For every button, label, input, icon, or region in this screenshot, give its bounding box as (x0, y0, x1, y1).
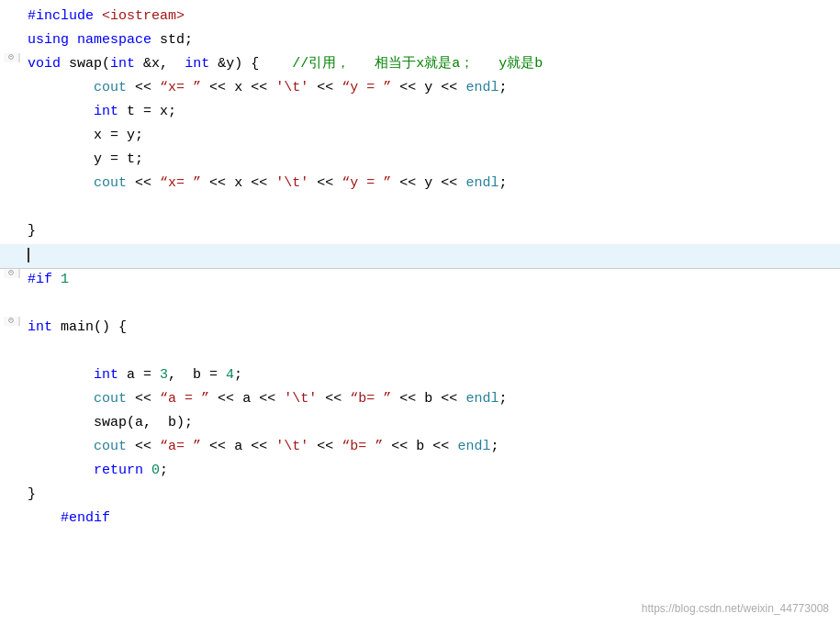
line-content-13 (20, 293, 840, 315)
num-4: 4 (226, 367, 234, 383)
cn-cout-4: cout (94, 439, 127, 454)
kw-int-t: int (94, 104, 118, 119)
fn-swap-call: swap (94, 415, 127, 430)
num-0: 0 (151, 463, 160, 478)
gutter-fold-3[interactable]: ⊝ (4, 53, 20, 62)
line-content-3: void swap(int &x, int &y) { //引用， 相当于x就是… (20, 53, 840, 75)
line-content-4: cout << “x= ” << x << '\t' << “y = ” << … (20, 77, 840, 99)
line-content-2: using namespace std; (20, 29, 840, 51)
line-content-22: #endif (20, 508, 840, 530)
code-line-18: swap(a, b); (0, 412, 840, 436)
preproc-endif: #endif (61, 510, 110, 526)
code-line-19: cout << “a= ” << a << '\t' << “b= ” << b… (0, 436, 840, 460)
cursor-caret (28, 248, 29, 262)
code-line-17: cout << “a = ” << a << '\t' << “b= ” << … (0, 388, 840, 412)
preproc-if: #if (28, 272, 52, 287)
cn-endl-1: endl (465, 80, 498, 95)
fold-icon-12[interactable]: ⊝ (8, 269, 14, 278)
code-line-13 (0, 293, 840, 317)
code-line-22: #endif (0, 508, 840, 531)
line-content-12: #if 1 (20, 269, 840, 291)
str-b1: “b= ” (350, 391, 391, 407)
fold-icon-14[interactable]: ⊝ (8, 317, 14, 326)
line-content-6: x = y; (20, 125, 840, 147)
line-content-20: return 0; (20, 460, 840, 482)
code-line-1: #include <iostream> (0, 6, 840, 29)
code-line-3: ⊝ void swap(int &x, int &y) { //引用， 相当于x… (0, 53, 840, 77)
str-tab2: '\t' (275, 175, 308, 191)
num-3: 3 (160, 367, 168, 383)
kw-int-2: int (185, 56, 209, 72)
line-content-9 (20, 196, 840, 218)
code-line-8: cout << “x= ” << x << '\t' << “y = ” << … (0, 173, 840, 196)
kw-int-main: int (28, 319, 52, 335)
code-line-16: int a = 3, b = 4; (0, 364, 840, 388)
line-content-21: } (20, 484, 840, 506)
fn-main: main (61, 319, 94, 335)
include-header: <iostream> (102, 8, 185, 24)
line-content-19: cout << “a= ” << a << '\t' << “b= ” << b… (20, 436, 840, 458)
line-content-cursor (20, 244, 840, 266)
str-tab1: '\t' (275, 80, 308, 95)
code-line-5: int t = x; (0, 101, 840, 125)
line-content-5: int t = x; (20, 101, 840, 123)
kw-return: return (94, 463, 143, 478)
line-content-7: y = t; (20, 149, 840, 171)
kw-void: void (28, 56, 61, 72)
str-tab3: '\t' (284, 391, 317, 407)
code-line-4: cout << “x= ” << x << '\t' << “y = ” << … (0, 77, 840, 101)
str-x2: “x= ” (160, 175, 201, 191)
line-content-1: #include <iostream> (20, 6, 840, 28)
fn-swap: swap (69, 56, 102, 72)
code-line-2: using namespace std; (0, 29, 840, 53)
line-content-16: int a = 3, b = 4; (20, 364, 840, 386)
watermark: https://blog.csdn.net/weixin_44773008 (642, 600, 829, 618)
num-1: 1 (61, 272, 69, 287)
str-a1: “a = ” (160, 391, 209, 407)
line-content-8: cout << “x= ” << x << '\t' << “y = ” << … (20, 173, 840, 195)
preproc-include: #include (28, 8, 94, 24)
code-line-10: } (0, 220, 840, 244)
code-line-9 (0, 196, 840, 220)
str-tab4: '\t' (275, 439, 308, 454)
code-line-11 (0, 244, 840, 268)
fold-icon-3[interactable]: ⊝ (8, 53, 14, 62)
line-content-18: swap(a, b); (20, 412, 840, 434)
code-line-14: ⊝ int main() { (0, 317, 840, 340)
code-line-15 (0, 340, 840, 364)
kw-int-ab: int (94, 367, 118, 383)
kw-using: using (28, 32, 69, 48)
cn-endl-4: endl (457, 439, 490, 454)
gutter-fold-14[interactable]: ⊝ (4, 317, 20, 326)
str-y1: “y = ” (342, 80, 391, 95)
gutter-fold-12[interactable]: ⊝ (4, 269, 20, 278)
str-b2: “b= ” (342, 439, 383, 454)
str-y2: “y = ” (342, 175, 391, 191)
str-x1: “x= ” (160, 80, 201, 95)
code-line-20: return 0; (0, 460, 840, 484)
code-line-6: x = y; (0, 125, 840, 149)
line-content-15 (20, 340, 840, 363)
cn-endl-2: endl (465, 175, 498, 191)
cn-cout-1: cout (94, 80, 127, 95)
cn-cout-2: cout (94, 175, 127, 191)
kw-namespace: namespace (77, 32, 151, 48)
cn-cout-3: cout (94, 391, 127, 407)
line-content-17: cout << “a = ” << a << '\t' << “b= ” << … (20, 388, 840, 410)
std-name: std (160, 32, 185, 48)
code-line-21: } (0, 484, 840, 508)
cn-endl-3: endl (465, 391, 498, 407)
code-container: #include <iostream> using namespace std;… (0, 0, 840, 625)
kw-int-1: int (110, 56, 135, 72)
comment-1: //引用， 相当于x就是a； y就是b (292, 56, 543, 72)
line-content-14: int main() { (20, 317, 840, 339)
line-content-10: } (20, 220, 840, 242)
code-line-12: ⊝ #if 1 (0, 269, 840, 293)
code-line-7: y = t; (0, 149, 840, 173)
str-a2: “a= ” (160, 439, 201, 454)
